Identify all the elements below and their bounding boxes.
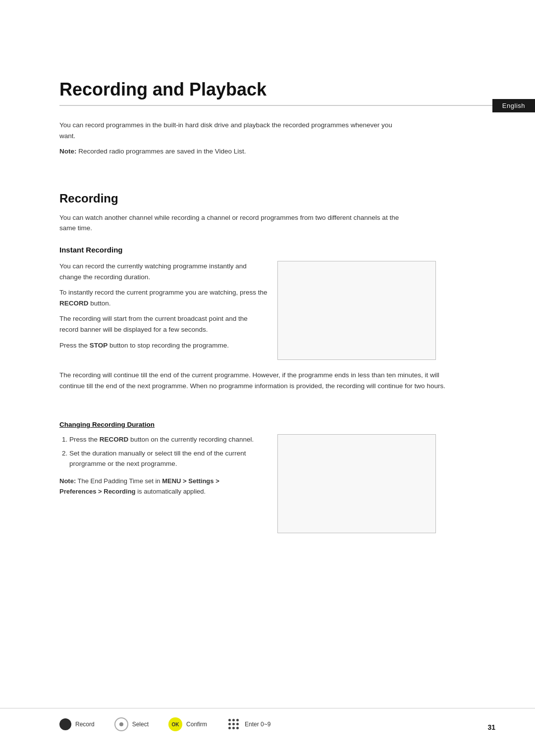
changing-duration-layout: Press the RECORD button on the currently… (59, 434, 495, 533)
enter-label: Enter 0~9 (245, 721, 270, 728)
step-2: Set the duration manually or select till… (69, 448, 268, 469)
instant-recording-layout: You can record the currently watching pr… (59, 261, 495, 360)
section-title-recording: Recording (59, 192, 495, 205)
bottom-bar: Record Select OK Confirm Enter 0~9 (0, 708, 535, 731)
step-1: Press the RECORD button on the currently… (69, 434, 268, 445)
title-underline (59, 105, 495, 106)
bottom-item-select: Select (114, 717, 149, 731)
confirm-label: Confirm (186, 721, 207, 728)
steps-list: Press the RECORD button on the currently… (59, 434, 268, 469)
changing-note: Note: The End Padding Time set in MENU >… (59, 476, 248, 497)
page-title: Recording and Playback (59, 79, 495, 100)
changing-duration-text: Press the RECORD button on the currently… (59, 434, 268, 533)
page-number: 31 (487, 723, 495, 731)
instant-para2: To instantly record the current programm… (59, 287, 268, 308)
record-label: Record (75, 721, 95, 728)
ok-icon: OK (168, 717, 182, 731)
dots-grid (228, 719, 239, 730)
changing-note-label: Note: (59, 477, 76, 485)
subsection-title-instant: Instant Recording (59, 246, 495, 254)
page-container: English Recording and Playback You can r… (0, 0, 535, 756)
intro-text: You can record programmes in the built-i… (59, 120, 406, 141)
select-icon (114, 717, 128, 731)
continuation-text: The recording will continue till the end… (59, 370, 456, 391)
changing-duration-image (277, 434, 436, 533)
language-badge: English (492, 99, 535, 112)
changing-duration-section: Changing Recording Duration Press the RE… (59, 421, 495, 533)
bottom-item-record: Record (59, 718, 95, 730)
select-label: Select (132, 721, 149, 728)
section-desc-recording: You can watch another channel while reco… (59, 212, 406, 234)
instant-para1: You can record the currently watching pr… (59, 261, 268, 282)
bottom-item-confirm: OK Confirm (168, 717, 207, 731)
note-label: Note: (59, 148, 77, 155)
record-icon (59, 718, 71, 730)
bottom-item-enter: Enter 0~9 (227, 717, 270, 731)
language-text: English (502, 102, 525, 109)
instant-recording-text: You can record the currently watching pr… (59, 261, 268, 360)
intro-note: Note: Recorded radio programmes are save… (59, 146, 406, 157)
instant-para3: The recording will start from the curren… (59, 313, 268, 335)
instant-para4: Press the STOP button to stop recording … (59, 340, 268, 351)
instant-recording-image (277, 261, 436, 360)
note-content: Recorded radio programmes are saved in t… (78, 148, 246, 155)
changing-duration-title: Changing Recording Duration (59, 421, 495, 428)
enter-icon (227, 717, 241, 731)
